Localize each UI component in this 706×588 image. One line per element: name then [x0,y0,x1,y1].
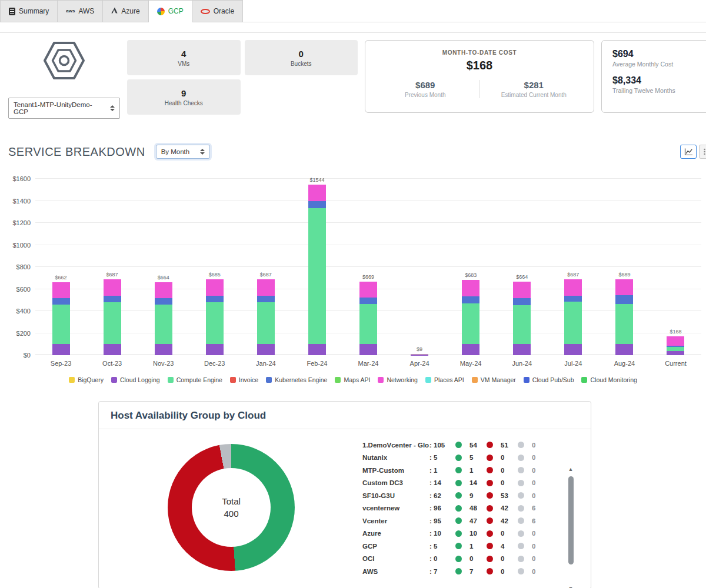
stacked-bar-jul-24[interactable] [564,279,582,355]
tab-summary[interactable]: Summary [0,0,58,22]
legend-item-kubernetes-engine[interactable]: Kubernetes Engine [266,376,327,383]
tab-aws[interactable]: aws AWS [58,0,103,22]
legend-item-cloud-monitoring[interactable]: Cloud Monitoring [581,376,637,383]
unknown-count: 0 [528,479,542,486]
donut-center-label: Total [222,495,241,507]
bar-group-aug-24: $689 [599,179,650,355]
down-count: 51 [497,442,518,449]
month-filter-select[interactable]: By Month [156,145,210,159]
legend-item-networking[interactable]: Networking [378,376,418,383]
trailing-twelve-value: $8,334 [612,75,706,86]
stacked-bar-aug-24[interactable] [615,279,633,355]
unknown-count: 0 [528,454,542,461]
bar-group-feb-24: $1544 [291,179,342,355]
unknown-count: 0 [528,467,542,474]
unknown-status-dot [518,556,524,562]
average-cost-card: $694 Average Monthly Cost $8,334 Trailin… [601,40,706,113]
stacked-bar-oct-23[interactable] [104,279,121,355]
up-status-dot [455,467,462,473]
tab-gcp[interactable]: GCP [149,0,192,22]
stacked-bar-mar-24[interactable] [359,282,377,355]
scroll-thumb[interactable] [568,476,574,564]
legend-item-vm-manager[interactable]: VM Manager [472,376,516,383]
stacked-bar-sep-23[interactable] [52,282,70,355]
tab-label: GCP [168,7,184,15]
segment-compute-engine [206,302,224,344]
up-count: 10 [465,530,487,537]
host-table-scrollbar[interactable]: ▲ ▼ [566,467,575,588]
y-axis-tick-label: $600 [1,286,31,293]
legend-swatch [472,377,478,383]
buckets-count: 0 [299,49,304,59]
legend-item-invoice[interactable]: Invoice [230,376,258,383]
down-count: 53 [497,492,518,499]
stacked-bar-current[interactable] [667,336,684,355]
bar-total-label: $1544 [309,177,324,183]
segment-compute-engine [257,302,275,344]
oracle-icon [201,9,210,14]
up-status-dot [455,442,462,448]
stacked-bar-apr-24[interactable] [411,354,428,355]
host-availability-title: Host Availability Group by Cloud [99,402,591,429]
tenant-select[interactable]: Tenant1-MTP-UnityDemo-GCP [8,98,120,119]
chart-x-axis: Sep-23Oct-23Nov-23Dec-23Jan-24Feb-24Mar-… [35,360,701,367]
unknown-count: 0 [528,492,542,499]
tab-oracle[interactable]: Oracle [192,0,243,22]
chart-bars: $662$687$664$685$687$1544$669$9$683$664$… [35,179,701,355]
legend-item-compute-engine[interactable]: Compute Engine [168,376,222,383]
host-group-name: OCI [362,555,429,562]
up-count: 0 [465,555,487,562]
up-status-dot [455,517,462,524]
stacked-bar-feb-24[interactable] [308,185,326,355]
scroll-up-icon[interactable]: ▲ [568,467,574,472]
month-filter-value: By Month [161,148,190,155]
segment-compute-engine [308,208,326,345]
segment-cloud-logging [155,344,172,355]
host-availability-body: Total 400 1.DemoVcenter - Glo...: 105545… [99,429,591,588]
bar-group-dec-23: $685 [189,179,240,355]
chart-view-button[interactable] [680,145,697,159]
legend-item-bigquery[interactable]: BigQuery [69,376,104,383]
host-group-name: Custom DC3 [362,479,429,486]
down-status-dot [487,467,493,473]
bar-total-label: $9 [417,346,422,352]
segment-cloud-logging [257,344,275,355]
segment-networking [667,336,684,346]
down-status-dot [487,530,493,537]
y-axis-tick-label: $1400 [1,198,31,205]
legend-swatch [378,377,384,383]
legend-swatch [524,377,530,383]
previous-month-value: $689 [371,80,479,90]
up-status-dot [455,568,462,574]
host-availability-row: Azure: 101000 [362,527,542,540]
legend-item-maps-api[interactable]: Maps API [335,376,370,383]
segment-cloud-logging [462,344,479,355]
stacked-bar-jan-24[interactable] [257,279,275,355]
estimated-month-value: $281 [480,80,588,90]
segment-kubernetes-engine [104,296,121,302]
host-group-total: : 5 [429,543,455,550]
scroll-track[interactable] [568,475,574,583]
unknown-status-dot [518,505,524,512]
stacked-bar-nov-23[interactable] [155,282,172,355]
x-axis-tick-label: Current [650,360,701,367]
host-group-total: : 1 [429,467,455,474]
gcp-overview-section: Tenant1-MTP-UnityDemo-GCP 4 VMs 0 Bucket… [0,40,706,119]
host-group-total: : 96 [429,505,455,512]
stacked-bar-dec-23[interactable] [206,279,224,355]
stacked-bar-may-24[interactable] [462,280,479,355]
segment-networking [52,282,70,299]
tab-azure[interactable]: Azure [103,0,148,22]
segment-cloud-logging [52,344,70,355]
segment-cloud-logging [359,344,377,355]
bar-total-label: $664 [158,275,169,280]
legend-item-cloud-pub-sub[interactable]: Cloud Pub/Sub [524,376,574,383]
up-status-dot [455,505,462,512]
host-availability-row: 1.DemoVcenter - Glo...: 10554510 [362,439,542,452]
segment-cloud-logging [308,344,326,355]
stacked-bar-jun-24[interactable] [513,282,531,355]
segment-kubernetes-engine [257,296,275,302]
legend-item-cloud-logging[interactable]: Cloud Logging [111,376,160,383]
list-view-button[interactable] [699,145,706,159]
legend-item-places-api[interactable]: Places API [425,376,464,383]
